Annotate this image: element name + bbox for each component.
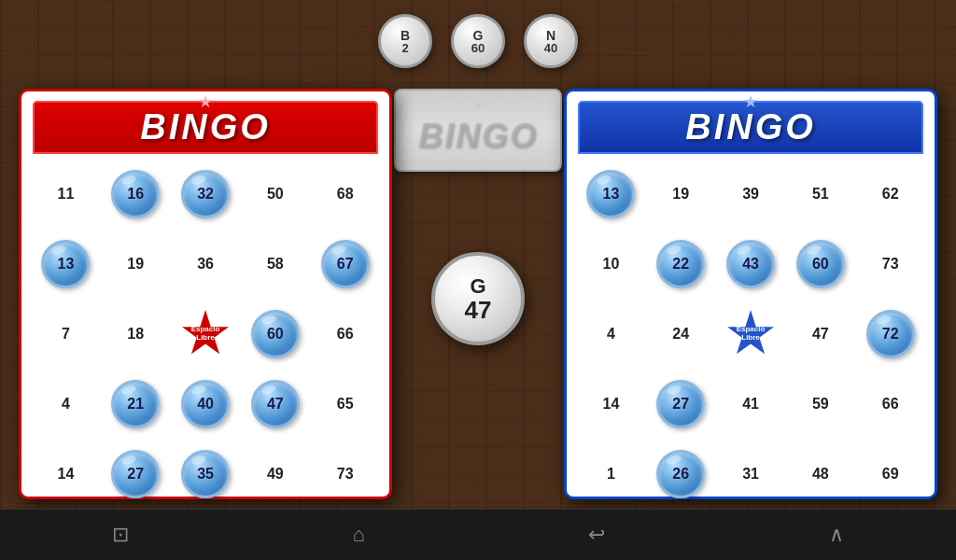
table-row: 47 <box>242 371 308 437</box>
table-row: 26 <box>648 441 714 507</box>
table-row: 7 <box>33 301 99 368</box>
table-row: 14 <box>33 441 99 507</box>
table-row: 62 <box>857 161 923 228</box>
ball-b[interactable]: B 2 <box>378 14 432 68</box>
right-card-header: ★ BINGO <box>578 101 923 154</box>
table-row: 73 <box>857 231 923 298</box>
table-row: 40 <box>173 371 239 437</box>
center-card-title: BINGO <box>418 117 538 156</box>
table-row: 21 <box>103 371 169 437</box>
top-balls-container: B 2 G 60 N 40 <box>378 14 578 68</box>
table-row: 49 <box>242 441 308 507</box>
left-card-title: BINGO <box>140 107 271 147</box>
center-card-star: ★ <box>472 98 485 113</box>
nav-recent-apps-icon[interactable]: ⊡ <box>112 523 129 547</box>
current-ball-number: 47 <box>465 298 492 322</box>
current-ball-letter: G <box>470 275 485 298</box>
right-card-star: ★ <box>743 91 758 112</box>
table-row: 22 <box>648 231 714 298</box>
table-row: 10 <box>578 231 644 298</box>
table-row: 13 <box>578 161 644 228</box>
left-bingo-card: ★ BINGO 11 16 32 50 68 13 19 36 58 67 7 … <box>19 89 392 499</box>
table-row: 31 <box>718 441 784 507</box>
table-row: 43 <box>718 231 784 298</box>
free-space-label-left: EspacioLibre <box>191 326 220 343</box>
table-row: 14 <box>578 371 644 437</box>
table-row: 27 <box>103 441 169 507</box>
free-space-label-right: EspacioLibre <box>737 326 766 343</box>
table-row: 59 <box>787 371 853 437</box>
nav-back-icon[interactable]: ↩ <box>588 523 605 547</box>
nav-menu-icon[interactable]: ∧ <box>829 523 844 547</box>
table-row: 18 <box>103 301 169 368</box>
table-row: 60 <box>787 231 853 298</box>
nav-home-icon[interactable]: ⌂ <box>353 523 365 547</box>
table-row: 36 <box>173 231 239 298</box>
table-row: 58 <box>242 231 308 298</box>
table-row: 16 <box>103 161 169 228</box>
table-row: 65 <box>312 371 378 437</box>
left-card-star: ★ <box>198 91 213 112</box>
table-row: 39 <box>718 161 784 228</box>
table-row: 27 <box>648 371 714 437</box>
ball-n-letter: N <box>546 29 555 42</box>
table-row: 19 <box>103 231 169 298</box>
ball-n-number: 40 <box>544 42 557 54</box>
free-space-right: EspacioLibre <box>718 301 784 368</box>
table-row: 13 <box>33 231 99 298</box>
ball-g-letter: G <box>473 29 484 42</box>
table-row: 51 <box>787 161 853 228</box>
right-card-title: BINGO <box>685 107 816 147</box>
ball-b-letter: B <box>401 29 410 42</box>
table-row: 69 <box>857 441 923 507</box>
left-card-header: ★ BINGO <box>33 101 378 154</box>
table-row: 47 <box>787 301 853 368</box>
left-card-grid-wrapper: 11 16 32 50 68 13 19 36 58 67 7 18 Espac… <box>33 161 378 476</box>
table-row: 60 <box>242 301 308 368</box>
ball-b-number: 2 <box>401 42 408 54</box>
table-row: 35 <box>173 441 239 507</box>
table-row: 50 <box>242 161 308 228</box>
table-row: 11 <box>33 161 99 228</box>
table-row: 1 <box>578 441 644 507</box>
right-card-grid-wrapper: 13 19 39 51 62 10 22 43 60 73 4 24 Espac… <box>578 161 923 476</box>
navigation-bar: ⊡ ⌂ ↩ ∧ <box>0 509 956 560</box>
ball-g-number: 60 <box>471 42 485 54</box>
table-row: 66 <box>312 301 378 368</box>
table-row: 67 <box>312 231 378 298</box>
current-ball[interactable]: G 47 <box>431 252 525 345</box>
table-row: 19 <box>648 161 714 228</box>
table-row: 32 <box>173 161 239 228</box>
ball-n[interactable]: N 40 <box>524 14 578 68</box>
table-row: 73 <box>312 441 378 507</box>
ball-g[interactable]: G 60 <box>451 14 505 68</box>
right-card-grid: 13 19 39 51 62 10 22 43 60 73 4 24 Espac… <box>578 161 923 507</box>
left-card-grid: 11 16 32 50 68 13 19 36 58 67 7 18 Espac… <box>33 161 378 507</box>
table-row: 41 <box>718 371 784 437</box>
free-space-left: EspacioLibre <box>173 301 239 368</box>
table-row: 66 <box>857 371 923 437</box>
center-card: ★ BINGO <box>394 89 562 172</box>
right-bingo-card: ★ BINGO 13 19 39 51 62 10 22 43 60 73 4 … <box>564 89 937 499</box>
table-row: 4 <box>33 371 99 437</box>
table-row: 72 <box>857 301 923 368</box>
table-row: 4 <box>578 301 644 368</box>
table-row: 68 <box>312 161 378 228</box>
table-row: 48 <box>787 441 853 507</box>
table-row: 24 <box>648 301 714 368</box>
